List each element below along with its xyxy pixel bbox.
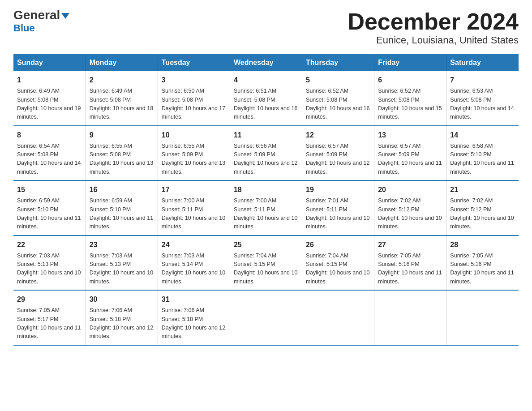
day-info: Sunrise: 7:06 AM Sunset: 5:18 PM Dayligh…	[90, 306, 154, 341]
day-number: 31	[162, 294, 226, 305]
calendar-day-cell: 7 Sunrise: 6:53 AM Sunset: 5:08 PM Dayli…	[446, 71, 519, 126]
logo-text: General	[13, 9, 69, 21]
day-info: Sunrise: 7:00 AM Sunset: 5:11 PM Dayligh…	[162, 197, 226, 231]
day-number: 8	[17, 130, 82, 141]
weekday-header: Thursday	[302, 54, 374, 71]
day-info: Sunrise: 7:05 AM Sunset: 5:16 PM Dayligh…	[378, 252, 442, 287]
day-number: 9	[90, 130, 154, 141]
calendar-day-cell: 29 Sunrise: 7:05 AM Sunset: 5:17 PM Dayl…	[13, 290, 86, 345]
day-info: Sunrise: 6:49 AM Sunset: 5:08 PM Dayligh…	[90, 87, 154, 122]
calendar-day-cell: 16 Sunrise: 6:59 AM Sunset: 5:10 PM Dayl…	[86, 180, 158, 235]
day-info: Sunrise: 7:03 AM Sunset: 5:13 PM Dayligh…	[17, 252, 82, 287]
day-info: Sunrise: 6:57 AM Sunset: 5:09 PM Dayligh…	[306, 142, 370, 177]
calendar-day-cell: 24 Sunrise: 7:03 AM Sunset: 5:14 PM Dayl…	[158, 235, 230, 291]
calendar-day-cell	[374, 290, 446, 345]
day-info: Sunrise: 7:04 AM Sunset: 5:15 PM Dayligh…	[234, 252, 298, 287]
day-info: Sunrise: 6:59 AM Sunset: 5:10 PM Dayligh…	[90, 197, 154, 231]
day-number: 18	[234, 184, 298, 195]
weekday-header: Monday	[86, 54, 158, 71]
calendar-day-cell: 21 Sunrise: 7:02 AM Sunset: 5:12 PM Dayl…	[446, 180, 519, 235]
day-info: Sunrise: 7:02 AM Sunset: 5:12 PM Dayligh…	[378, 197, 442, 231]
day-number: 13	[378, 130, 442, 141]
day-info: Sunrise: 6:54 AM Sunset: 5:08 PM Dayligh…	[17, 142, 82, 177]
calendar-day-cell	[230, 290, 302, 345]
calendar-day-cell: 19 Sunrise: 7:01 AM Sunset: 5:11 PM Dayl…	[302, 180, 374, 235]
day-number: 4	[234, 75, 298, 86]
calendar-day-cell: 26 Sunrise: 7:04 AM Sunset: 5:15 PM Dayl…	[302, 235, 374, 291]
day-info: Sunrise: 7:03 AM Sunset: 5:14 PM Dayligh…	[162, 252, 226, 287]
day-number: 3	[162, 75, 226, 86]
calendar-day-cell: 30 Sunrise: 7:06 AM Sunset: 5:18 PM Dayl…	[86, 290, 158, 345]
day-info: Sunrise: 7:05 AM Sunset: 5:17 PM Dayligh…	[17, 306, 82, 341]
calendar-day-cell: 31 Sunrise: 7:06 AM Sunset: 5:18 PM Dayl…	[158, 290, 230, 345]
day-info: Sunrise: 7:02 AM Sunset: 5:12 PM Dayligh…	[450, 197, 515, 231]
day-number: 1	[17, 75, 82, 86]
day-info: Sunrise: 6:52 AM Sunset: 5:08 PM Dayligh…	[306, 87, 370, 122]
day-number: 14	[450, 130, 515, 141]
day-info: Sunrise: 6:53 AM Sunset: 5:08 PM Dayligh…	[450, 87, 515, 122]
calendar-day-cell: 2 Sunrise: 6:49 AM Sunset: 5:08 PM Dayli…	[86, 71, 158, 126]
day-info: Sunrise: 6:49 AM Sunset: 5:08 PM Dayligh…	[17, 87, 82, 122]
calendar-week-row: 29 Sunrise: 7:05 AM Sunset: 5:17 PM Dayl…	[13, 290, 519, 345]
calendar-day-cell: 9 Sunrise: 6:55 AM Sunset: 5:08 PM Dayli…	[86, 126, 158, 181]
calendar-day-cell: 3 Sunrise: 6:50 AM Sunset: 5:08 PM Dayli…	[158, 71, 230, 126]
day-number: 30	[90, 294, 154, 305]
calendar-week-row: 8 Sunrise: 6:54 AM Sunset: 5:08 PM Dayli…	[13, 126, 519, 181]
day-number: 25	[234, 240, 298, 250]
calendar-day-cell: 11 Sunrise: 6:56 AM Sunset: 5:09 PM Dayl…	[230, 126, 302, 181]
day-info: Sunrise: 6:51 AM Sunset: 5:08 PM Dayligh…	[234, 87, 298, 122]
day-info: Sunrise: 7:03 AM Sunset: 5:13 PM Dayligh…	[90, 252, 154, 287]
weekday-header: Saturday	[446, 54, 519, 71]
logo-subtitle: Blue	[13, 22, 35, 34]
calendar-day-cell: 10 Sunrise: 6:55 AM Sunset: 5:09 PM Dayl…	[158, 126, 230, 181]
day-info: Sunrise: 6:58 AM Sunset: 5:10 PM Dayligh…	[450, 142, 515, 177]
day-number: 15	[17, 184, 82, 195]
calendar-day-cell: 23 Sunrise: 7:03 AM Sunset: 5:13 PM Dayl…	[86, 235, 158, 291]
day-number: 20	[378, 184, 442, 195]
calendar-day-cell: 18 Sunrise: 7:00 AM Sunset: 5:11 PM Dayl…	[230, 180, 302, 235]
calendar-day-cell: 22 Sunrise: 7:03 AM Sunset: 5:13 PM Dayl…	[13, 235, 86, 291]
calendar-title: December 2024	[348, 9, 519, 34]
calendar-day-cell: 27 Sunrise: 7:05 AM Sunset: 5:16 PM Dayl…	[374, 235, 446, 291]
day-number: 12	[306, 130, 370, 141]
day-info: Sunrise: 6:55 AM Sunset: 5:08 PM Dayligh…	[90, 142, 154, 177]
day-info: Sunrise: 7:04 AM Sunset: 5:15 PM Dayligh…	[306, 252, 370, 287]
day-number: 19	[306, 184, 370, 195]
calendar-day-cell: 13 Sunrise: 6:57 AM Sunset: 5:09 PM Dayl…	[374, 126, 446, 181]
calendar-week-row: 15 Sunrise: 6:59 AM Sunset: 5:10 PM Dayl…	[13, 180, 519, 235]
weekday-header: Friday	[374, 54, 446, 71]
day-info: Sunrise: 6:59 AM Sunset: 5:10 PM Dayligh…	[17, 197, 82, 231]
calendar-day-cell: 20 Sunrise: 7:02 AM Sunset: 5:12 PM Dayl…	[374, 180, 446, 235]
calendar-header-row: SundayMondayTuesdayWednesdayThursdayFrid…	[13, 54, 519, 71]
weekday-header: Tuesday	[158, 54, 230, 71]
day-number: 23	[90, 240, 154, 250]
calendar-subtitle: Eunice, Louisiana, United States	[348, 34, 519, 46]
day-number: 5	[306, 75, 370, 86]
day-info: Sunrise: 7:05 AM Sunset: 5:16 PM Dayligh…	[450, 252, 515, 287]
logo-general: General	[13, 8, 60, 22]
calendar-day-cell: 15 Sunrise: 6:59 AM Sunset: 5:10 PM Dayl…	[13, 180, 86, 235]
page-header: General Blue December 2024 Eunice, Louis…	[13, 9, 519, 46]
calendar-table: SundayMondayTuesdayWednesdayThursdayFrid…	[13, 54, 519, 346]
day-info: Sunrise: 6:56 AM Sunset: 5:09 PM Dayligh…	[234, 142, 298, 177]
calendar-day-cell	[446, 290, 519, 345]
day-number: 16	[90, 184, 154, 195]
day-number: 29	[17, 294, 82, 305]
day-number: 21	[450, 184, 515, 195]
day-info: Sunrise: 6:50 AM Sunset: 5:08 PM Dayligh…	[162, 87, 226, 122]
calendar-day-cell: 6 Sunrise: 6:52 AM Sunset: 5:08 PM Dayli…	[374, 71, 446, 126]
day-number: 11	[234, 130, 298, 141]
day-info: Sunrise: 6:55 AM Sunset: 5:09 PM Dayligh…	[162, 142, 226, 177]
day-info: Sunrise: 6:57 AM Sunset: 5:09 PM Dayligh…	[378, 142, 442, 177]
day-number: 6	[378, 75, 442, 86]
day-number: 10	[162, 130, 226, 141]
day-number: 26	[306, 240, 370, 250]
day-info: Sunrise: 7:00 AM Sunset: 5:11 PM Dayligh…	[234, 197, 298, 231]
logo-triangle-icon	[61, 13, 69, 19]
calendar-week-row: 1 Sunrise: 6:49 AM Sunset: 5:08 PM Dayli…	[13, 71, 519, 126]
calendar-day-cell: 28 Sunrise: 7:05 AM Sunset: 5:16 PM Dayl…	[446, 235, 519, 291]
logo: General Blue	[13, 9, 69, 34]
weekday-header: Wednesday	[230, 54, 302, 71]
day-info: Sunrise: 7:06 AM Sunset: 5:18 PM Dayligh…	[162, 306, 226, 341]
day-number: 17	[162, 184, 226, 195]
